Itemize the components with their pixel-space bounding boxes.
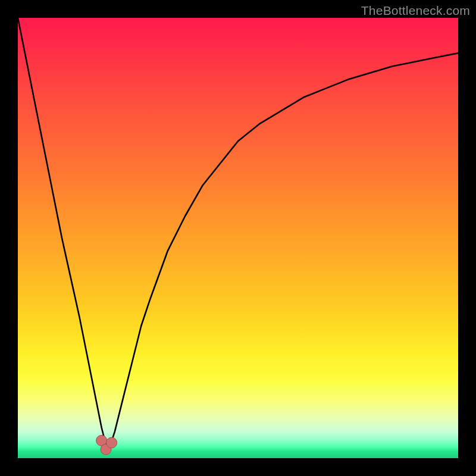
curve-layer (18, 18, 458, 458)
watermark-text: TheBottleneck.com (361, 4, 470, 18)
chart-frame: TheBottleneck.com (0, 0, 476, 476)
bottleneck-curve (18, 18, 458, 445)
min-region-right-marker (107, 437, 117, 448)
plot-area (18, 18, 458, 458)
min-markers-group (96, 435, 117, 455)
